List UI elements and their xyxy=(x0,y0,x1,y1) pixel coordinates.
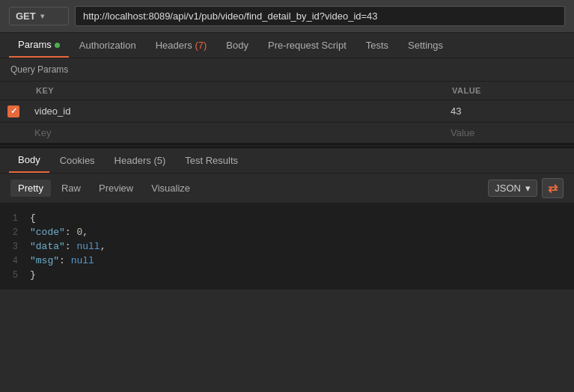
row-checkbox[interactable] xyxy=(7,105,19,117)
line-content: "data": null, xyxy=(30,241,106,252)
tab-authorization[interactable]: Authorization xyxy=(70,34,145,57)
format-bar: Pretty Raw Preview Visualize JSON ▾ ⇄ xyxy=(0,174,574,203)
line-content: "code": 0, xyxy=(30,227,88,238)
format-pretty[interactable]: Pretty xyxy=(10,180,51,197)
format-select[interactable]: JSON ▾ xyxy=(488,180,537,197)
empty-key-cell[interactable]: Key xyxy=(27,122,443,143)
code-line: 5} xyxy=(0,268,574,282)
line-number: 2 xyxy=(0,227,30,238)
bottom-tabs: Body Cookies Headers (5) Test Results xyxy=(0,148,574,174)
col-value: VALUE xyxy=(443,82,574,100)
tab-params[interactable]: Params xyxy=(9,33,69,58)
tab-prerequest[interactable]: Pre-request Script xyxy=(259,34,355,57)
empty-value-cell[interactable]: Value xyxy=(443,122,574,143)
tab-settings[interactable]: Settings xyxy=(399,34,452,57)
code-line: 2 "code": 0, xyxy=(0,225,574,239)
bottom-tab-headers[interactable]: Headers (5) xyxy=(106,149,175,172)
line-number: 3 xyxy=(0,242,30,252)
code-line: 1{ xyxy=(0,211,574,225)
tab-headers[interactable]: Headers (7) xyxy=(147,34,216,57)
url-input[interactable] xyxy=(75,6,565,26)
format-select-wrap: JSON ▾ ⇄ xyxy=(488,178,564,198)
code-line: 4 "msg": null xyxy=(0,254,574,268)
params-table: KEY VALUE video_id 43 Key Value xyxy=(0,82,574,144)
top-tabs: Params Authorization Headers (7) Body Pr… xyxy=(0,33,574,58)
tab-body[interactable]: Body xyxy=(217,34,257,57)
bottom-tab-testresults[interactable]: Test Results xyxy=(176,149,247,172)
tab-tests[interactable]: Tests xyxy=(357,34,397,57)
url-bar: GET ▾ xyxy=(0,0,574,33)
method-chevron-icon: ▾ xyxy=(40,12,44,20)
method-label: GET xyxy=(16,10,36,22)
col-key: KEY xyxy=(27,82,443,100)
format-chevron-icon: ▾ xyxy=(525,183,531,194)
format-visualize[interactable]: Visualize xyxy=(144,180,198,197)
line-content: } xyxy=(30,269,36,281)
line-content: { xyxy=(30,212,36,224)
bottom-tab-body[interactable]: Body xyxy=(9,148,49,173)
empty-param-row: Key Value xyxy=(0,122,574,143)
col-checkbox xyxy=(0,82,27,100)
wrap-icon: ⇄ xyxy=(548,181,558,195)
code-line: 3 "data": null, xyxy=(0,239,574,254)
format-raw[interactable]: Raw xyxy=(54,180,88,197)
format-preview[interactable]: Preview xyxy=(91,180,141,197)
bottom-tab-cookies[interactable]: Cookies xyxy=(51,149,104,172)
params-dot xyxy=(55,43,60,48)
line-number: 4 xyxy=(0,256,30,266)
table-row: video_id 43 xyxy=(0,100,574,123)
param-value[interactable]: 43 xyxy=(443,100,574,123)
line-content: "msg": null xyxy=(30,255,94,266)
wrap-button[interactable]: ⇄ xyxy=(542,178,564,198)
query-params-label: Query Params xyxy=(0,58,574,82)
param-key[interactable]: video_id xyxy=(27,100,443,123)
method-select[interactable]: GET ▾ xyxy=(9,7,69,25)
line-number: 5 xyxy=(0,270,30,281)
code-area: 1{2 "code": 0,3 "data": null,4 "msg": nu… xyxy=(0,203,574,290)
line-number: 1 xyxy=(0,213,30,224)
